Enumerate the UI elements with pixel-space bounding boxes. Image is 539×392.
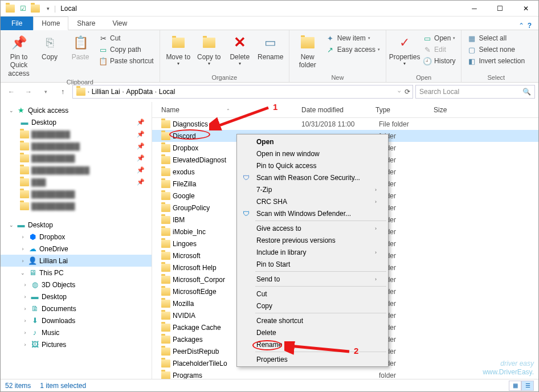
- sidebar-documents[interactable]: ›🗎Documents: [1, 303, 152, 315]
- history-icon: 🕘: [423, 56, 432, 66]
- nav-back-button[interactable]: ←: [4, 85, 19, 99]
- newfolder-icon: [299, 34, 317, 52]
- qat-newfolder-icon[interactable]: [29, 2, 42, 15]
- ctx-cut[interactable]: Cut: [238, 288, 387, 300]
- ctx-rename[interactable]: Rename: [238, 338, 387, 350]
- sidebar-3d-objects[interactable]: ›◍3D Objects: [1, 279, 152, 291]
- ribbon-collapse-icon[interactable]: ⌃: [518, 22, 524, 30]
- close-button[interactable]: ✕: [513, 1, 538, 17]
- new-item-button[interactable]: ✦New item ▾: [325, 32, 381, 44]
- sidebar-item-blur7[interactable]: █████████: [1, 200, 152, 212]
- cut-button[interactable]: ✂Cut: [97, 32, 155, 44]
- col-type[interactable]: Type: [375, 106, 434, 114]
- crumb-appdata[interactable]: AppData: [125, 88, 154, 96]
- edit-button[interactable]: ✎Edit: [422, 44, 456, 55]
- file-type: File folder: [379, 120, 436, 128]
- ctx-restore[interactable]: Restore previous versions: [238, 234, 387, 246]
- sidebar-music[interactable]: ›♪Music: [1, 326, 152, 338]
- tab-view[interactable]: View: [104, 17, 136, 30]
- sidebar-item-blur2[interactable]: ██████████📌: [1, 140, 152, 152]
- sidebar-quick-access[interactable]: ⌄★Quick access: [1, 104, 152, 116]
- nav-up-button[interactable]: ↑: [55, 85, 70, 99]
- sidebar-user[interactable]: ›👤Lillian Lai: [1, 255, 152, 267]
- col-size[interactable]: Size: [434, 106, 538, 114]
- nav-recent-button[interactable]: ▾: [38, 85, 53, 99]
- view-thumbnails-button[interactable]: ▦: [509, 381, 521, 391]
- move-to-button[interactable]: Move to▾: [165, 32, 192, 68]
- qat-dropdown-icon[interactable]: ▾: [42, 2, 54, 15]
- ctx-include[interactable]: Include in library›: [238, 246, 387, 258]
- sidebar-item-blur1[interactable]: ████████📌: [1, 128, 152, 140]
- breadcrumb[interactable]: › Lillian Lai› AppData› Local ⌵ ⟳: [72, 85, 413, 99]
- sidebar-downloads[interactable]: ›⬇Downloads: [1, 315, 152, 326]
- crumb-lillian[interactable]: Lillian Lai: [91, 88, 121, 96]
- context-menu: Open Open in new window Pin to Quick acc…: [236, 134, 389, 367]
- sidebar-desktop-pc[interactable]: ›▬Desktop: [1, 291, 152, 303]
- sidebar-desktop[interactable]: ⌄▬Desktop: [1, 219, 152, 231]
- sidebar-pictures[interactable]: ›🖼Pictures: [1, 338, 152, 350]
- history-button[interactable]: 🕘History: [422, 55, 456, 67]
- folder-icon: [161, 252, 170, 260]
- ctx-pin-qa[interactable]: Pin to Quick access: [238, 160, 387, 172]
- folder-icon: [161, 204, 170, 212]
- view-details-button[interactable]: ☰: [521, 381, 534, 391]
- sidebar-item-desktop-qa[interactable]: ▬Desktop📌: [1, 116, 152, 128]
- sidebar-item-blur4[interactable]: ████████████📌: [1, 164, 152, 176]
- sidebar: ⌄★Quick access ▬Desktop📌 ████████📌 █████…: [1, 102, 152, 379]
- ctx-delete[interactable]: Delete: [238, 326, 387, 338]
- address-dropdown-icon[interactable]: ⌵: [398, 88, 401, 96]
- ctx-open-new[interactable]: Open in new window: [238, 148, 387, 160]
- crumb-local[interactable]: Local: [158, 88, 177, 96]
- file-row[interactable]: Diagnostics10/31/2018 11:00File folder: [152, 118, 538, 130]
- col-name[interactable]: Name: [161, 106, 179, 114]
- sidebar-item-blur6[interactable]: █████████: [1, 188, 152, 200]
- select-all-button[interactable]: ▦Select all: [466, 32, 526, 44]
- ctx-open[interactable]: Open: [238, 136, 387, 148]
- copy-to-button[interactable]: Copy to▾: [195, 32, 223, 68]
- tab-home[interactable]: Home: [33, 17, 68, 30]
- minimize-button[interactable]: ─: [462, 1, 487, 17]
- column-headers[interactable]: Name⌃ Date modified Type Size: [152, 102, 538, 118]
- properties-button[interactable]: ✓Properties▾: [391, 32, 418, 68]
- paste-button[interactable]: 📋 Paste: [67, 32, 94, 62]
- paste-shortcut-button[interactable]: 📋Paste shortcut: [97, 55, 155, 67]
- tab-share[interactable]: Share: [68, 17, 104, 30]
- delete-button[interactable]: ✕Delete▾: [226, 32, 254, 68]
- address-row: ← → ▾ ↑ › Lillian Lai› AppData› Local ⌵ …: [1, 83, 538, 101]
- ctx-give-access[interactable]: Give access to›: [238, 222, 387, 234]
- refresh-icon[interactable]: ⟳: [405, 88, 410, 96]
- col-date[interactable]: Date modified: [301, 106, 375, 114]
- ctx-shortcut[interactable]: Create shortcut: [238, 315, 387, 326]
- ctx-copy[interactable]: Copy: [238, 300, 387, 312]
- ctx-scan-defender[interactable]: 🛡Scan with Windows Defender...: [238, 207, 387, 219]
- help-icon[interactable]: ?: [528, 22, 532, 30]
- sidebar-item-blur3[interactable]: █████████📌: [1, 152, 152, 164]
- sidebar-item-blur5[interactable]: ███📌: [1, 176, 152, 188]
- select-none-button[interactable]: ▢Select none: [466, 44, 526, 55]
- sidebar-dropbox[interactable]: ›⬢Dropbox: [1, 231, 152, 243]
- folder-icon: [161, 228, 170, 236]
- ctx-crcsha[interactable]: CRC SHA›: [238, 195, 387, 207]
- copy-button[interactable]: ⎘ Copy: [36, 32, 63, 62]
- new-folder-button[interactable]: New folder: [294, 32, 321, 71]
- tab-file[interactable]: File: [1, 17, 33, 30]
- copy-path-button[interactable]: ▭Copy path: [97, 44, 155, 55]
- ctx-properties[interactable]: Properties: [238, 353, 387, 365]
- maximize-button[interactable]: ☐: [487, 1, 513, 17]
- ctx-sendto[interactable]: Send to›: [238, 273, 387, 285]
- nav-forward-button[interactable]: →: [21, 85, 36, 99]
- pin-quick-access-button[interactable]: 📌 Pin to Quick access: [5, 32, 32, 79]
- ctx-7zip[interactable]: 7-Zip›: [238, 183, 387, 195]
- file-name: Mozilla: [173, 300, 194, 308]
- open-button[interactable]: ▭Open ▾: [422, 32, 456, 44]
- search-input[interactable]: Search Local 🔍: [415, 85, 535, 99]
- qat-properties-icon[interactable]: ☑: [17, 2, 29, 15]
- ctx-pin-start[interactable]: Pin to Start: [238, 258, 387, 270]
- sidebar-onedrive[interactable]: ›☁OneDrive: [1, 243, 152, 255]
- invert-selection-button[interactable]: ◧Invert selection: [466, 55, 526, 67]
- rename-button[interactable]: ▭Rename: [257, 32, 284, 62]
- ctx-scan-reason[interactable]: 🛡Scan with Reason Core Security...: [238, 172, 387, 183]
- sidebar-this-pc[interactable]: ⌄🖥This PC: [1, 267, 152, 279]
- pasteshortcut-icon: 📋: [99, 56, 108, 66]
- easy-access-button[interactable]: ↗Easy access ▾: [325, 44, 381, 55]
